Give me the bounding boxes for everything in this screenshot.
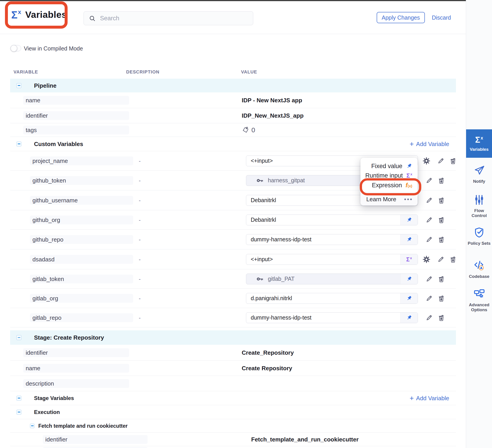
edit-pencil-icon[interactable] xyxy=(425,313,434,322)
value-type-pin-button[interactable] xyxy=(400,274,418,284)
variable-name-label: description xyxy=(23,379,129,388)
edit-pencil-icon[interactable] xyxy=(425,215,434,224)
collapse-icon[interactable] xyxy=(16,410,21,415)
delete-trash-icon[interactable] xyxy=(437,235,446,244)
section-step-group: Fetch template and run cookiecutter xyxy=(10,419,456,433)
sidebar-item-notify[interactable]: Notify xyxy=(466,165,492,184)
variable-value: Create_Repository xyxy=(242,349,294,356)
variable-name-label: github_repo xyxy=(30,235,133,244)
edit-pencil-icon[interactable] xyxy=(425,176,434,185)
menu-item-fixed-value[interactable]: Fixed value xyxy=(360,161,418,171)
add-variable-button[interactable]: +Add Variable xyxy=(410,395,449,402)
variable-name-label: github_username xyxy=(30,196,133,205)
pin-icon xyxy=(406,295,412,302)
table-row: dsadasd - <+input> Σx xyxy=(10,250,456,269)
table-row: gitlab_repo - dummy-harness-idp-test xyxy=(10,308,456,327)
collapse-icon[interactable] xyxy=(16,335,21,340)
sidebar-item-advanced-options[interactable]: Advanced Options xyxy=(466,288,492,312)
collapse-icon[interactable] xyxy=(30,424,34,428)
table-row: tags 0 xyxy=(10,123,456,137)
value-type-pin-button[interactable] xyxy=(400,313,418,323)
variable-name-label: name xyxy=(23,96,129,104)
table-row: description xyxy=(10,376,456,391)
edit-pencil-icon[interactable] xyxy=(425,274,434,283)
delete-trash-icon[interactable] xyxy=(449,156,458,166)
description-dash: - xyxy=(139,256,141,262)
value-input[interactable]: d.panigrahi.nitrkl xyxy=(246,293,418,304)
edit-pencil-icon[interactable] xyxy=(425,235,434,244)
edit-pencil-icon[interactable] xyxy=(436,255,445,264)
delete-trash-icon[interactable] xyxy=(437,176,446,185)
description-dash: - xyxy=(139,177,141,184)
col-value: VALUE xyxy=(241,69,257,75)
delete-trash-icon[interactable] xyxy=(437,274,446,283)
variable-name-label xyxy=(43,447,148,448)
delete-trash-icon[interactable] xyxy=(437,313,446,322)
variable-name-label: gitlab_repo xyxy=(30,313,133,322)
sidebar-item-policy-sets[interactable]: Policy Sets xyxy=(466,227,492,246)
pin-icon xyxy=(406,315,412,321)
variable-name-label: identifier xyxy=(23,348,129,357)
table-row: gitlab_token - gitlab_PAT xyxy=(10,269,456,289)
discard-link[interactable]: Discard xyxy=(432,14,451,21)
search-icon xyxy=(89,15,96,22)
sliders-icon xyxy=(473,194,485,206)
sidebar-item-codebase[interactable]: Codebase xyxy=(466,259,492,279)
edit-pencil-icon[interactable] xyxy=(425,196,434,205)
plus-icon: + xyxy=(410,395,414,401)
description-dash: - xyxy=(139,217,141,223)
table-row: identifier IDP_New_NextJS_app xyxy=(10,108,456,123)
value-type-pin-button[interactable] xyxy=(400,215,418,225)
value-input[interactable]: Debanitrkl xyxy=(246,215,418,225)
secret-value-input[interactable]: gitlab_PAT xyxy=(246,274,418,284)
value-type-runtime-button[interactable]: Σx xyxy=(400,254,418,265)
edit-pencil-icon[interactable] xyxy=(425,294,434,303)
collapse-icon[interactable] xyxy=(16,83,21,88)
tags-count: 0 xyxy=(242,126,255,134)
search-box[interactable] xyxy=(83,11,253,25)
value-input[interactable]: dummy-harness-idp-test xyxy=(246,234,418,245)
delete-trash-icon[interactable] xyxy=(437,196,446,205)
delete-trash-icon[interactable] xyxy=(437,294,446,303)
search-input[interactable] xyxy=(100,12,247,24)
value-type-pin-button[interactable] xyxy=(400,234,418,245)
pin-icon xyxy=(406,236,412,243)
col-variable: VARIABLE xyxy=(13,69,38,75)
variable-name-label: identifier xyxy=(43,435,148,444)
value-input[interactable]: dummy-harness-idp-test xyxy=(246,312,418,323)
pin-icon xyxy=(406,276,412,282)
section-stage: Stage: Create Repository xyxy=(10,330,456,345)
table-row: gitlab_org - d.panigrahi.nitrkl xyxy=(10,289,456,308)
section-title: Stage: Create Repository xyxy=(34,334,104,341)
pin-icon xyxy=(406,163,412,169)
variable-name-label: tags xyxy=(23,125,129,134)
table-header-row: VARIABLE DESCRIPTION VALUE xyxy=(10,68,456,78)
apply-changes-button[interactable]: Apply Changes xyxy=(377,12,425,23)
collapse-icon[interactable] xyxy=(16,396,21,401)
settings-gear-icon[interactable] xyxy=(422,255,431,264)
table-row: github_org - Debanitrkl xyxy=(10,210,456,230)
table-row: identifier Create_Repository xyxy=(10,345,456,361)
value-type-pin-button[interactable] xyxy=(400,293,418,303)
sidebar-item-flow-control[interactable]: Flow Control xyxy=(466,194,492,218)
section-title: Stage Variables xyxy=(34,395,74,401)
delete-trash-icon[interactable] xyxy=(437,215,446,224)
key-icon xyxy=(256,177,264,184)
variable-name-label: github_token xyxy=(30,176,133,185)
section-title: Execution xyxy=(34,409,60,415)
key-icon xyxy=(256,275,264,283)
flowchart-gear-icon xyxy=(473,288,485,300)
sidebar-item-variables[interactable]: Σx Variables xyxy=(466,129,492,158)
add-variable-button[interactable]: +Add Variable xyxy=(410,140,449,147)
value-input[interactable]: <+input> Σx xyxy=(246,254,418,265)
settings-gear-icon[interactable] xyxy=(422,156,431,166)
table-row: name Create Repository xyxy=(10,361,456,376)
description-dash: - xyxy=(139,197,141,204)
sigma-x-icon: Σx xyxy=(406,172,412,179)
table-row-partial xyxy=(10,447,456,448)
collapse-icon[interactable] xyxy=(16,142,21,146)
variable-name-label: name xyxy=(23,364,129,373)
delete-trash-icon[interactable] xyxy=(449,255,458,264)
edit-pencil-icon[interactable] xyxy=(436,156,445,166)
description-dash: - xyxy=(139,295,141,302)
